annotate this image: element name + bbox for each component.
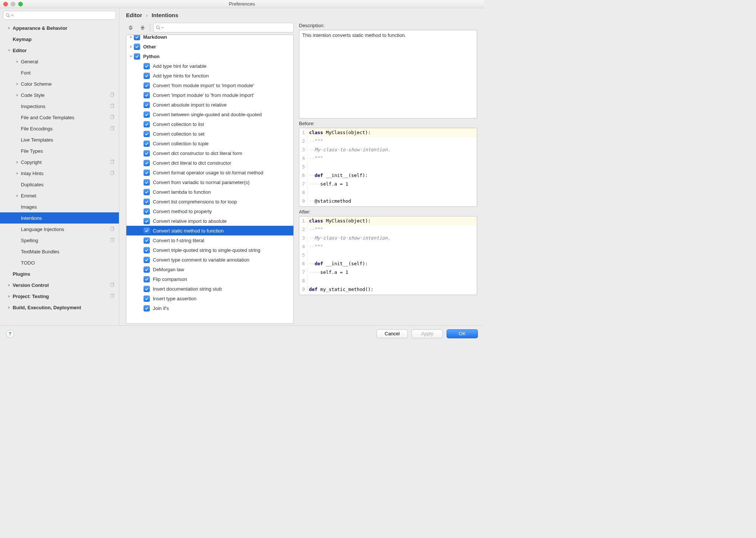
sidebar-item-label: Build, Execution, Deployment	[13, 305, 81, 310]
intention-item[interactable]: Convert collection to set	[126, 129, 293, 139]
intention-item[interactable]: DeMorgan law	[126, 265, 293, 274]
checkbox[interactable]	[144, 140, 150, 147]
checkbox[interactable]	[144, 228, 150, 234]
checkbox[interactable]	[144, 131, 150, 137]
sidebar-item-file-types[interactable]: File Types	[0, 145, 119, 156]
intention-item[interactable]: Convert triple-quoted string to single-q…	[126, 245, 293, 255]
sidebar-item-color-scheme[interactable]: Color Scheme	[0, 78, 119, 89]
intention-item[interactable]: Convert between single-quoted and double…	[126, 110, 293, 119]
intention-item[interactable]: Convert dict literal to dict constructor	[126, 158, 293, 168]
intentions-panel: MarkdownOtherPythonAdd type hint for var…	[126, 20, 294, 324]
intention-item[interactable]: Add type hints for function	[126, 71, 293, 80]
sidebar-item-label: TextMate Bundles	[21, 249, 59, 254]
checkbox[interactable]	[134, 53, 140, 60]
help-button[interactable]: ?	[6, 330, 14, 338]
sidebar-item-todo[interactable]: TODO	[0, 257, 119, 268]
checkbox[interactable]	[144, 276, 150, 282]
sidebar-item-appearance-behavior[interactable]: Appearance & Behavior	[0, 22, 119, 34]
ok-button[interactable]: OK	[447, 329, 478, 338]
checkbox[interactable]	[144, 170, 150, 176]
intention-item[interactable]: Convert lambda to function	[126, 187, 293, 197]
collapse-all-button[interactable]	[138, 23, 147, 32]
checkbox[interactable]	[144, 150, 150, 156]
sidebar-item-inlay-hints[interactable]: Inlay Hints	[0, 168, 119, 179]
checkbox[interactable]	[144, 121, 150, 127]
checkbox[interactable]	[144, 92, 150, 98]
sidebar-item-file-and-code-templates[interactable]: File and Code Templates	[0, 112, 119, 123]
checkbox[interactable]	[144, 179, 150, 186]
sidebar-item-images[interactable]: Images	[0, 201, 119, 212]
checkbox[interactable]	[144, 305, 150, 311]
intentions-search[interactable]	[153, 23, 294, 32]
line-number: 2	[299, 137, 308, 145]
sidebar-search[interactable]	[3, 11, 116, 20]
checkbox[interactable]	[144, 237, 150, 244]
intention-item[interactable]: Python	[126, 51, 293, 61]
sidebar-item-plugins[interactable]: Plugins	[0, 268, 119, 279]
intention-item[interactable]: Convert method to property	[126, 206, 293, 216]
intention-item[interactable]: Flip comparison	[126, 274, 293, 284]
sidebar-item-live-templates[interactable]: Live Templates	[0, 134, 119, 145]
sidebar-item-editor[interactable]: Editor	[0, 45, 119, 56]
before-label: Before:	[299, 121, 477, 126]
intention-item[interactable]: Insert documentation string stub	[126, 284, 293, 294]
checkbox[interactable]	[144, 102, 150, 108]
checkbox[interactable]	[144, 208, 150, 215]
sidebar-item-keymap[interactable]: Keymap	[0, 34, 119, 45]
checkbox[interactable]	[144, 266, 150, 273]
sidebar-item-build-execution-deployment[interactable]: Build, Execution, Deployment	[0, 302, 119, 313]
sidebar-item-general[interactable]: General	[0, 56, 119, 67]
intention-item[interactable]: Convert collection to tuple	[126, 139, 293, 148]
line-number: 4	[299, 154, 308, 162]
sidebar-item-copyright[interactable]: Copyright	[0, 156, 119, 168]
checkbox[interactable]	[144, 218, 150, 224]
checkbox[interactable]	[144, 111, 150, 118]
intention-item[interactable]: Add type hint for variable	[126, 61, 293, 71]
sidebar-item-inspections[interactable]: Inspections	[0, 101, 119, 112]
sidebar-item-project-testing[interactable]: Project: Testing	[0, 291, 119, 302]
checkbox[interactable]	[144, 160, 150, 166]
apply-button[interactable]: Apply	[412, 329, 443, 338]
sidebar-item-font[interactable]: Font	[0, 67, 119, 78]
intention-item[interactable]: Convert list comprehensions to for loop	[126, 197, 293, 206]
sidebar-item-duplicates[interactable]: Duplicates	[0, 179, 119, 190]
checkbox[interactable]	[144, 82, 150, 89]
intention-item[interactable]: Join if's	[126, 303, 293, 313]
checkbox[interactable]	[144, 73, 150, 79]
expand-all-button[interactable]	[126, 23, 135, 32]
sidebar-item-version-control[interactable]: Version Control	[0, 279, 119, 291]
checkbox[interactable]	[144, 257, 150, 263]
intention-item[interactable]: Convert from variadic to normal paramete…	[126, 177, 293, 187]
intention-item[interactable]: Markdown	[126, 35, 293, 42]
intention-item[interactable]: Convert to f-string literal	[126, 235, 293, 245]
checkbox[interactable]	[144, 295, 150, 302]
sidebar-item-code-style[interactable]: Code Style	[0, 89, 119, 101]
checkbox[interactable]	[144, 247, 150, 253]
sidebar-item-spelling[interactable]: Spelling	[0, 235, 119, 246]
checkbox[interactable]	[144, 189, 150, 195]
intention-item[interactable]: Insert type assertion	[126, 294, 293, 303]
sidebar-item-file-encodings[interactable]: File Encodings	[0, 123, 119, 134]
checkbox[interactable]	[144, 199, 150, 205]
intention-item[interactable]: Convert collection to list	[126, 119, 293, 129]
checkbox[interactable]	[144, 63, 150, 69]
sidebar-search-input[interactable]	[15, 13, 113, 18]
sidebar-item-language-injections[interactable]: Language Injections	[0, 224, 119, 235]
intention-item[interactable]: Other	[126, 42, 293, 51]
checkbox[interactable]	[144, 286, 150, 292]
sidebar-item-textmate-bundles[interactable]: TextMate Bundles	[0, 246, 119, 257]
sidebar-item-emmet[interactable]: Emmet	[0, 190, 119, 201]
intention-item[interactable]: Convert relative import to absolute	[126, 216, 293, 226]
intention-item[interactable]: Convert format operator usage to str.for…	[126, 168, 293, 177]
checkbox[interactable]	[134, 44, 140, 50]
intentions-search-input[interactable]	[166, 25, 291, 31]
intention-item[interactable]: Convert 'from module import' to 'import …	[126, 80, 293, 90]
intention-item[interactable]: Convert type comment to variable annotat…	[126, 255, 293, 265]
cancel-button[interactable]: Cancel	[377, 329, 408, 338]
checkbox[interactable]	[134, 35, 140, 40]
intention-item[interactable]: Convert 'import module' to 'from module …	[126, 90, 293, 100]
sidebar-item-intentions[interactable]: Intentions	[0, 212, 119, 224]
intention-item[interactable]: Convert dict constructor to dict literal…	[126, 148, 293, 158]
intention-item[interactable]: Convert absolute import to relative	[126, 100, 293, 110]
intention-item[interactable]: Convert static method to function	[126, 226, 293, 235]
